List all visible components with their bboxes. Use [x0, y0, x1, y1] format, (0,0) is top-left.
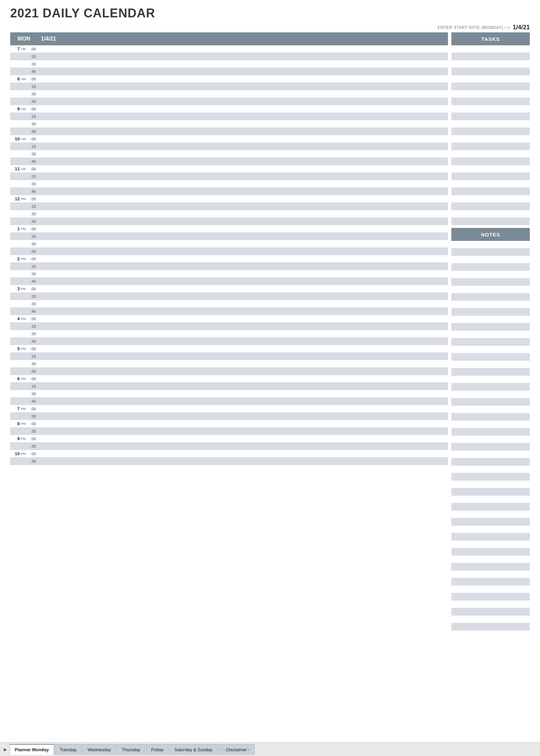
time-slot-8pm-30[interactable]: :30 [10, 428, 448, 435]
time-content[interactable] [40, 105, 448, 112]
time-slot-11-00[interactable]: 11 AM :00 [10, 165, 448, 173]
time-content[interactable] [40, 255, 448, 262]
time-content[interactable] [40, 158, 448, 165]
time-slot-1pm-15[interactable]: :15 [10, 233, 448, 240]
time-slot-9-00[interactable]: 9 AM :00 [10, 105, 448, 113]
time-content[interactable] [40, 398, 448, 405]
time-slot-8-45[interactable]: :45 [10, 98, 448, 105]
note-row[interactable] [451, 301, 530, 308]
task-row[interactable] [451, 180, 530, 188]
tab-thursday[interactable]: Thursday [117, 744, 145, 755]
time-content[interactable] [40, 225, 448, 232]
tab-disclaimer[interactable]: - Disclaimer - [219, 744, 255, 755]
time-slot-10-15[interactable]: :15 [10, 143, 448, 150]
time-slot-10-30[interactable]: :30 [10, 150, 448, 158]
time-content[interactable] [40, 180, 448, 187]
task-row[interactable] [451, 75, 530, 83]
time-content[interactable] [40, 53, 448, 60]
note-row[interactable] [451, 548, 530, 556]
note-row[interactable] [451, 263, 530, 271]
time-slot-5pm-00[interactable]: 5 PM :00 [10, 345, 448, 353]
time-slot-9pm-00[interactable]: 9 PM :00 [10, 435, 448, 443]
task-row[interactable] [451, 143, 530, 150]
time-content[interactable] [40, 143, 448, 150]
time-slot-10-00[interactable]: 10 AM :00 [10, 135, 448, 143]
task-row[interactable] [451, 165, 530, 173]
time-slot-5pm-15[interactable]: :15 [10, 353, 448, 360]
time-content[interactable] [40, 428, 448, 435]
note-row[interactable] [451, 458, 530, 466]
time-slot-12-45[interactable]: :45 [10, 218, 448, 225]
time-slot-9-45[interactable]: :45 [10, 128, 448, 135]
time-content[interactable] [40, 248, 448, 255]
time-content[interactable] [40, 435, 448, 442]
note-row[interactable] [451, 481, 530, 488]
note-row[interactable] [451, 496, 530, 503]
time-slot-3pm-00[interactable]: 3 PM :00 [10, 285, 448, 293]
time-content[interactable] [40, 98, 448, 105]
time-slot-6pm-30[interactable]: :30 [10, 390, 448, 398]
note-row[interactable] [451, 541, 530, 548]
note-row[interactable] [451, 353, 530, 361]
task-row[interactable] [451, 150, 530, 158]
note-row[interactable] [451, 391, 530, 398]
time-content[interactable] [40, 323, 448, 330]
time-content[interactable] [40, 240, 448, 247]
time-content[interactable] [40, 113, 448, 120]
time-slot-8pm-00[interactable]: 8 PM :00 [10, 420, 448, 428]
time-slot-11-15[interactable]: :15 [10, 173, 448, 180]
note-row[interactable] [451, 488, 530, 496]
task-row[interactable] [451, 188, 530, 195]
note-row[interactable] [451, 421, 530, 428]
note-row[interactable] [451, 248, 530, 256]
time-content[interactable] [40, 83, 448, 90]
time-slot-2pm-45[interactable]: :45 [10, 278, 448, 285]
note-row[interactable] [451, 271, 530, 278]
time-slot-3pm-45[interactable]: :45 [10, 308, 448, 315]
note-row[interactable] [451, 466, 530, 473]
time-content[interactable] [40, 360, 448, 367]
time-content[interactable] [40, 203, 448, 210]
note-row[interactable] [451, 586, 530, 593]
note-row[interactable] [451, 511, 530, 518]
time-content[interactable] [40, 60, 448, 67]
time-content[interactable] [40, 270, 448, 277]
time-slot-4pm-45[interactable]: :45 [10, 338, 448, 345]
time-content[interactable] [40, 45, 448, 52]
time-content[interactable] [40, 135, 448, 142]
time-slot-7pm-30[interactable]: :30 [10, 413, 448, 420]
note-row[interactable] [451, 578, 530, 586]
time-content[interactable] [40, 128, 448, 135]
time-slot-4pm-15[interactable]: :15 [10, 323, 448, 330]
time-content[interactable] [40, 90, 448, 97]
tab-saturday-sunday[interactable]: Saturday & Sunday [169, 744, 218, 755]
note-row[interactable] [451, 601, 530, 608]
task-row[interactable] [451, 195, 530, 203]
time-slot-4pm-00[interactable]: 4 PM :00 [10, 315, 448, 323]
time-slot-11-30[interactable]: :30 [10, 180, 448, 188]
time-content[interactable] [40, 375, 448, 382]
note-row[interactable] [451, 406, 530, 413]
task-row[interactable] [451, 173, 530, 180]
note-row[interactable] [451, 526, 530, 533]
note-row[interactable] [451, 331, 530, 338]
time-content[interactable] [40, 330, 448, 337]
task-row[interactable] [451, 68, 530, 75]
time-slot-10pm-30[interactable]: :30 [10, 458, 448, 465]
time-slot-8-30[interactable]: :30 [10, 90, 448, 98]
task-row[interactable] [451, 98, 530, 105]
time-content[interactable] [40, 308, 448, 315]
time-slot-12-15[interactable]: :15 [10, 203, 448, 210]
time-content[interactable] [40, 195, 448, 202]
time-content[interactable] [40, 420, 448, 427]
task-row[interactable] [451, 53, 530, 60]
note-row[interactable] [451, 503, 530, 511]
note-row[interactable] [451, 556, 530, 563]
tab-planner-monday[interactable]: Planner Monday [10, 744, 54, 755]
time-slot-9-15[interactable]: :15 [10, 113, 448, 120]
note-row[interactable] [451, 623, 530, 631]
time-slot-2pm-00[interactable]: 2 PM :00 [10, 255, 448, 263]
time-content[interactable] [40, 405, 448, 412]
time-slot-10-45[interactable]: :45 [10, 158, 448, 165]
time-slot-1pm-45[interactable]: :45 [10, 248, 448, 255]
